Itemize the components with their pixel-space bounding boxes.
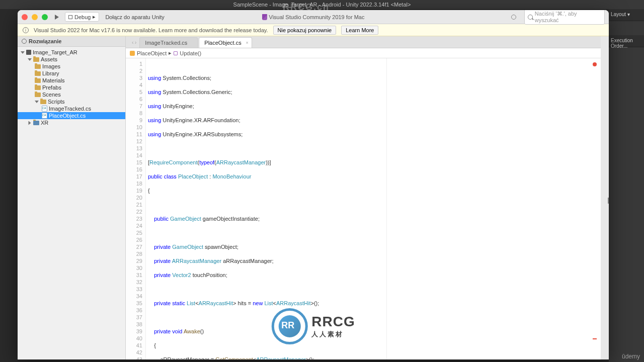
- execution-order[interactable]: Execution Order...: [609, 35, 644, 47]
- toolbox-icon[interactable]: [608, 198, 609, 204]
- tree-folder[interactable]: Library: [18, 70, 125, 77]
- tree-folder[interactable]: Materials: [18, 77, 125, 84]
- nav-fwd-icon[interactable]: ›: [135, 39, 137, 45]
- solution-explorer: Rozwiązanie Image_Target_AR Assets Image…: [18, 36, 126, 359]
- target-dropdown[interactable]: Dołącz do aparatu Unity: [102, 13, 167, 21]
- gear-icon[interactable]: [22, 39, 27, 44]
- search-icon: [528, 15, 533, 20]
- tree-xr[interactable]: XR: [18, 119, 125, 126]
- tree-root[interactable]: Image_Target_AR: [18, 49, 125, 56]
- line-numbers: 1234567891011121314151617181920212223242…: [126, 58, 146, 359]
- dismiss-button[interactable]: Nie pokazuj ponownie: [273, 26, 337, 35]
- notice-text: Visual Studio 2022 for Mac v17.6 is now …: [34, 27, 268, 33]
- tree-file[interactable]: ImageTracked.cs: [18, 105, 125, 112]
- tree-file-selected[interactable]: PlaceObject.cs: [18, 112, 125, 119]
- close-icon[interactable]: ×: [246, 40, 248, 45]
- watermark: RRCG.cn: [283, 2, 330, 13]
- code-content[interactable]: using System.Collections; using System.C…: [146, 58, 601, 359]
- method-icon: [174, 51, 178, 55]
- traffic-lights[interactable]: [22, 14, 48, 20]
- vs-title: Visual Studio Community 2019 for Mac: [262, 14, 365, 20]
- notification-icon[interactable]: [511, 15, 516, 20]
- code-viewport[interactable]: 1234567891011121314151617181920212223242…: [126, 58, 601, 359]
- config-dropdown[interactable]: Debug▸: [65, 12, 99, 22]
- info-icon: i: [23, 27, 29, 33]
- code-editor: ‹› ImageTracked.cs PlaceObject.cs× Place…: [126, 36, 601, 359]
- solution-header: Rozwiązanie: [18, 36, 125, 47]
- play-icon[interactable]: [55, 15, 59, 20]
- class-icon: [130, 51, 135, 56]
- tab-placeobject[interactable]: PlaceObject.cs×: [199, 37, 252, 48]
- tree-folder[interactable]: Images: [18, 63, 125, 70]
- breadcrumb[interactable]: PlaceObject▸ Update(): [126, 48, 601, 58]
- tree-assets[interactable]: Assets: [18, 56, 125, 63]
- logo-badge-icon: [271, 308, 307, 344]
- udemy-watermark: ûdemy: [622, 353, 640, 360]
- tree-scripts[interactable]: Scripts: [18, 98, 125, 105]
- tree-folder[interactable]: Prefabs: [18, 84, 125, 91]
- layout-dropdown[interactable]: Layout ▾: [609, 9, 644, 21]
- search-input[interactable]: Naciśnij '⌘.', aby wyszukać: [524, 10, 605, 25]
- update-notice: i Visual Studio 2022 for Mac v17.6 is no…: [18, 24, 609, 36]
- solution-tree: Image_Target_AR Assets Images Library Ma…: [18, 47, 125, 128]
- tree-folder[interactable]: Scenes: [18, 91, 125, 98]
- nav-back-icon[interactable]: ‹: [132, 39, 134, 45]
- unity-inspector-strip: Layout ▾ Execution Order...: [609, 9, 644, 362]
- vs-shield-icon: [262, 14, 267, 20]
- vs-window: Debug▸ Dołącz do aparatu Unity Visual St…: [18, 10, 609, 359]
- tab-strip: ‹› ImageTracked.cs PlaceObject.cs×: [126, 36, 601, 48]
- right-tool-rail: Przybornik Właściwości Konspekt dokument…: [601, 36, 609, 359]
- learn-more-button[interactable]: Learn More: [341, 26, 378, 35]
- tab-imagetracked[interactable]: ImageTracked.cs: [139, 37, 198, 48]
- rrcg-logo: RRCG 人人素材: [271, 308, 355, 344]
